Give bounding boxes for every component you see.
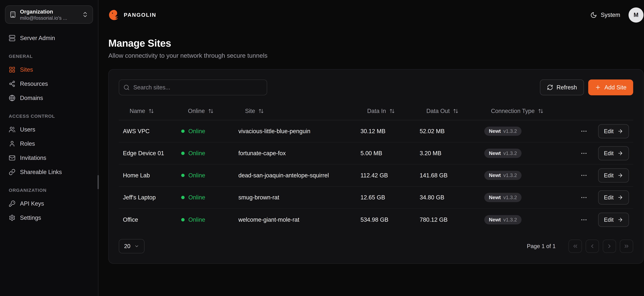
column-header-name[interactable]: Name <box>123 108 181 114</box>
sidebar-item-label: Users <box>20 126 35 133</box>
data-out-cell: 34.80 GB <box>420 194 484 201</box>
sidebar-item-settings[interactable]: Settings <box>5 211 93 225</box>
refresh-button-label: Refresh <box>556 84 577 91</box>
data-in-cell: 12.65 GB <box>360 194 420 201</box>
search-icon <box>124 84 130 90</box>
edit-site-button[interactable]: Edit <box>598 213 629 227</box>
table-row: Office Online welcome-giant-mole-rat 534… <box>119 209 633 231</box>
data-in-value: 534.98 GB <box>360 216 388 223</box>
prev-page-button[interactable] <box>586 240 599 253</box>
column-header-data-out[interactable]: Data Out <box>420 108 484 114</box>
sidebar-item-users[interactable]: Users <box>5 122 93 136</box>
section-label-general: GENERAL <box>9 54 89 59</box>
data-out-value: 780.12 GB <box>420 216 448 223</box>
more-options-button[interactable] <box>578 214 590 226</box>
connection-type-badge: Newtv1.3.2 <box>484 149 522 158</box>
org-picker-title: Organization <box>20 8 78 15</box>
sidebar-item-shareable-links[interactable]: Shareable Links <box>5 165 93 179</box>
online-status-cell: Online <box>181 216 238 223</box>
edit-site-button[interactable]: Edit <box>598 168 629 182</box>
add-site-button[interactable]: Add Site <box>588 80 633 95</box>
sidebar-item-domains[interactable]: Domains <box>5 91 93 105</box>
arrow-right-icon <box>617 194 623 200</box>
data-in-cell: 112.42 GB <box>360 172 420 179</box>
more-options-button[interactable] <box>578 125 590 137</box>
data-in-cell: 534.98 GB <box>360 216 420 223</box>
site-id: dead-san-joaquin-antelope-squirrel <box>238 172 329 179</box>
ellipsis-icon <box>580 150 588 157</box>
sidebar-item-roles[interactable]: Roles <box>5 137 93 150</box>
sort-icon <box>148 108 154 114</box>
sidebar-item-server-admin[interactable]: Server Admin <box>5 31 93 45</box>
sort-icon <box>208 108 214 114</box>
column-header-data-in[interactable]: Data In <box>360 108 420 114</box>
site-id: vivacious-little-blue-penguin <box>238 128 310 134</box>
first-page-button[interactable] <box>568 240 582 253</box>
more-options-button[interactable] <box>578 192 590 204</box>
sort-icon <box>453 108 458 114</box>
pagination: Page 1 of 1 <box>527 240 633 253</box>
connection-version: v1.3.2 <box>503 129 517 134</box>
data-in-cell: 5.00 MB <box>360 150 420 157</box>
plus-icon <box>595 84 601 90</box>
theme-toggle-label: System <box>601 12 620 18</box>
connection-type-cell: Newtv1.3.2 <box>484 215 578 224</box>
edit-button-label: Edit <box>604 128 614 134</box>
table-row: AWS VPC Online vivacious-little-blue-pen… <box>119 120 633 142</box>
last-page-button[interactable] <box>620 240 633 253</box>
sites-card: Refresh Add Site Name Online Site Data I… <box>108 69 644 264</box>
online-status-label: Online <box>188 216 205 223</box>
chevrons-left-icon <box>572 243 578 249</box>
search-input[interactable] <box>119 80 267 95</box>
building-icon <box>10 11 16 18</box>
next-page-button[interactable] <box>603 240 616 253</box>
column-header-connection-type[interactable]: Connection Type <box>484 108 578 114</box>
row-actions-cell <box>578 148 596 159</box>
data-in-value: 12.65 GB <box>360 194 385 201</box>
connection-type-cell: Newtv1.3.2 <box>484 126 578 136</box>
main-area: PANGOLIN System M Manage Sites Allow con… <box>98 0 644 296</box>
topbar-actions: System M <box>590 8 644 22</box>
edit-site-button[interactable]: Edit <box>598 124 629 138</box>
column-header-label: Data Out <box>426 108 450 114</box>
server-icon <box>9 35 16 42</box>
moon-icon <box>590 12 597 18</box>
org-picker-subtitle: milo@fossorial.io's ... <box>20 15 78 21</box>
edit-site-button[interactable]: Edit <box>598 146 629 160</box>
refresh-button[interactable]: Refresh <box>540 80 584 95</box>
more-options-button[interactable] <box>578 170 590 181</box>
connection-version: v1.3.2 <box>503 173 517 178</box>
column-header-label: Data In <box>367 108 386 114</box>
org-picker[interactable]: Organization milo@fossorial.io's ... <box>5 6 93 24</box>
edit-site-button[interactable]: Edit <box>598 190 629 204</box>
ellipsis-icon <box>580 216 588 223</box>
sidebar-item-sites[interactable]: Sites <box>5 63 93 77</box>
data-out-cell: 141.68 GB <box>420 172 484 179</box>
page-size-select[interactable]: 20 <box>119 239 144 253</box>
sidebar-item-api-keys[interactable]: API Keys <box>5 197 93 210</box>
data-in-value: 30.12 MB <box>360 128 386 134</box>
sidebar-item-resources[interactable]: Resources <box>5 77 93 91</box>
connection-type-badge: Newtv1.3.2 <box>484 171 522 180</box>
column-header-site[interactable]: Site <box>238 108 360 114</box>
table-footer: 20 Page 1 of 1 <box>119 239 633 253</box>
arrow-right-icon <box>617 172 623 178</box>
section-label-organization: ORGANIZATION <box>9 188 89 193</box>
column-header-label: Name <box>130 108 145 114</box>
avatar[interactable]: M <box>628 8 644 22</box>
row-actions-cell <box>578 192 596 204</box>
chevrons-up-down-icon <box>82 11 88 18</box>
online-status-dot <box>181 196 184 199</box>
connection-type-cell: Newtv1.3.2 <box>484 149 578 158</box>
table-row: Home Lab Online dead-san-joaquin-antelop… <box>119 164 633 187</box>
sidebar-item-invitations[interactable]: Invitations <box>5 151 93 165</box>
online-status-label: Online <box>188 150 205 157</box>
row-actions-cell <box>578 170 596 181</box>
more-options-button[interactable] <box>578 148 590 159</box>
theme-toggle-button[interactable]: System <box>590 12 620 18</box>
sidebar-resize-handle[interactable] <box>98 175 99 189</box>
users-icon <box>9 126 16 133</box>
sidebar-item-label: API Keys <box>20 200 44 207</box>
ellipsis-icon <box>580 172 588 179</box>
column-header-online[interactable]: Online <box>181 108 238 114</box>
